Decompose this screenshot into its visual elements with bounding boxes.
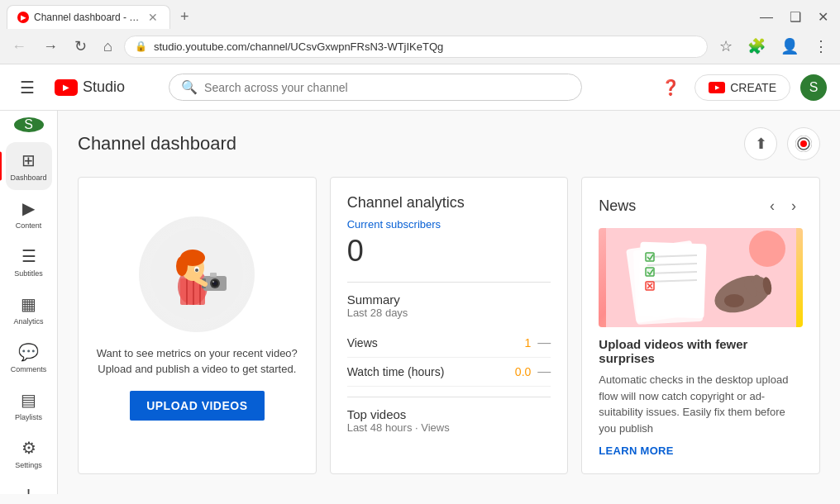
sidebar-label-settings: Settings bbox=[15, 461, 42, 469]
sidebar-item-content[interactable]: ▶ Content bbox=[6, 190, 52, 238]
sidebar-label-subtitles: Subtitles bbox=[14, 269, 43, 278]
subscribers-label[interactable]: Current subscribers bbox=[347, 218, 551, 231]
analytics-divider bbox=[347, 282, 551, 283]
svg-point-0 bbox=[800, 140, 807, 147]
forward-button[interactable]: → bbox=[38, 35, 63, 59]
news-illustration-svg bbox=[606, 228, 796, 327]
toolbar-actions: ☆ 🧩 👤 ⋮ bbox=[714, 34, 833, 59]
main-content: S ⊞ Dashboard ▶ Content ☰ Subtitles ▦ An… bbox=[0, 111, 840, 494]
extensions-button[interactable]: 🧩 bbox=[742, 34, 771, 59]
svg-point-39 bbox=[749, 231, 785, 267]
news-card-header: News ‹ › bbox=[599, 194, 803, 218]
reload-button[interactable]: ↻ bbox=[69, 34, 92, 59]
upload-button[interactable]: ⬆ bbox=[744, 127, 777, 160]
tab-close-button[interactable]: ✕ bbox=[146, 11, 160, 24]
svg-point-11 bbox=[176, 256, 188, 276]
upload-videos-button[interactable]: UPLOAD VIDEOS bbox=[130, 391, 264, 421]
page-header-actions: ⬆ bbox=[744, 127, 820, 160]
news-prev-button[interactable]: ‹ bbox=[763, 194, 781, 218]
profile-button[interactable]: 👤 bbox=[776, 34, 804, 59]
home-button[interactable]: ⌂ bbox=[98, 35, 117, 59]
minimize-button[interactable]: — bbox=[755, 8, 778, 26]
news-article-image bbox=[599, 228, 803, 327]
news-navigation: ‹ › bbox=[763, 194, 803, 218]
sidebar-item-playlists[interactable]: ▤ Playlists bbox=[6, 382, 52, 430]
address-bar[interactable]: 🔒 studio.youtube.com/channel/UCsvGxwpnFR… bbox=[124, 36, 708, 58]
search-input[interactable] bbox=[204, 81, 570, 94]
page-title: Channel dashboard bbox=[78, 133, 236, 155]
sidebar-label-content: Content bbox=[16, 221, 42, 230]
news-title: News bbox=[599, 197, 763, 215]
nav-right: ❓ CREATE S bbox=[656, 74, 827, 102]
new-tab-button[interactable]: + bbox=[174, 5, 196, 29]
back-button[interactable]: ← bbox=[7, 35, 31, 59]
content-icon: ▶ bbox=[22, 198, 35, 218]
sidebar-item-comments[interactable]: 💬 Comments bbox=[6, 334, 52, 382]
sidebar-item-analytics[interactable]: ▦ Analytics bbox=[6, 286, 52, 334]
top-videos-title: Top videos bbox=[347, 407, 551, 421]
svg-rect-20 bbox=[210, 273, 217, 277]
views-label: Views bbox=[347, 336, 525, 349]
sidebar-item-subtitles[interactable]: ☰ Subtitles bbox=[6, 238, 52, 286]
page-header: Channel dashboard ⬆ bbox=[78, 127, 820, 160]
youtube-icon bbox=[55, 79, 78, 96]
sidebar-label-comments: Comments bbox=[11, 365, 47, 373]
bookmark-button[interactable]: ☆ bbox=[714, 34, 737, 59]
tab-favicon: ▶ bbox=[17, 12, 29, 23]
close-button[interactable]: ✕ bbox=[813, 7, 833, 26]
create-button[interactable]: CREATE bbox=[694, 74, 790, 101]
analytics-card-title: Channel analytics bbox=[347, 194, 551, 212]
empty-state-card: Want to see metrics on your recent video… bbox=[78, 177, 317, 474]
top-nav: ☰ Studio 🔍 ❓ CREATE S bbox=[0, 64, 840, 111]
summary-period: Last 28 days bbox=[347, 307, 551, 319]
create-label: CREATE bbox=[730, 81, 776, 94]
news-next-button[interactable]: › bbox=[785, 194, 803, 218]
summary-title: Summary bbox=[347, 292, 551, 307]
browser-toolbar: ← → ↻ ⌂ 🔒 studio.youtube.com/channel/UCs… bbox=[0, 29, 840, 64]
news-article-title: Upload videos with fewer surprises bbox=[599, 337, 803, 365]
help-button[interactable]: ❓ bbox=[656, 74, 685, 102]
views-value: 1 bbox=[525, 336, 532, 349]
sidebar-user-avatar[interactable]: S bbox=[14, 117, 44, 132]
analytics-icon: ▦ bbox=[21, 294, 36, 314]
hamburger-button[interactable]: ☰ bbox=[13, 71, 41, 104]
analytics-card: Channel analytics Current subscribers 0 … bbox=[330, 177, 569, 474]
analytics-divider-2 bbox=[347, 397, 551, 397]
dashboard-icon: ⊞ bbox=[21, 150, 36, 170]
analytics-row-views: Views 1 — bbox=[347, 329, 551, 358]
yt-studio-logo[interactable]: Studio bbox=[55, 78, 125, 96]
menu-button[interactable]: ⋮ bbox=[809, 34, 833, 59]
learn-more-button[interactable]: LEARN MORE bbox=[599, 445, 673, 457]
avatar[interactable]: S bbox=[800, 74, 827, 101]
feedback-icon: ! bbox=[26, 486, 31, 494]
browser-tab[interactable]: ▶ Channel dashboard - YouTube S... ✕ bbox=[7, 5, 170, 29]
sidebar-item-dashboard[interactable]: ⊞ Dashboard bbox=[6, 142, 52, 190]
browser-titlebar: ▶ Channel dashboard - YouTube S... ✕ + —… bbox=[0, 0, 840, 29]
live-icon bbox=[795, 136, 812, 152]
sidebar-label-dashboard: Dashboard bbox=[10, 174, 46, 182]
subscribers-count: 0 bbox=[347, 234, 551, 269]
search-bar: 🔍 bbox=[169, 74, 582, 101]
views-dash: — bbox=[537, 335, 551, 350]
empty-state: Want to see metrics on your recent video… bbox=[95, 194, 299, 442]
search-input-wrap: 🔍 bbox=[169, 74, 582, 101]
playlists-icon: ▤ bbox=[21, 390, 36, 410]
settings-icon: ⚙ bbox=[21, 438, 36, 458]
svg-point-19 bbox=[212, 281, 214, 283]
sidebar-item-feedback[interactable]: ! Feedback bbox=[6, 478, 52, 494]
address-text: studio.youtube.com/channel/UCsvGxwpnFRsN… bbox=[154, 40, 697, 53]
sidebar: S ⊞ Dashboard ▶ Content ☰ Subtitles ▦ An… bbox=[0, 111, 58, 494]
sidebar-label-playlists: Playlists bbox=[15, 413, 42, 421]
page-content: Channel dashboard ⬆ bbox=[58, 111, 840, 494]
go-live-button[interactable] bbox=[787, 127, 820, 160]
maximize-button[interactable]: ❑ bbox=[785, 7, 806, 26]
browser-chrome: ▶ Channel dashboard - YouTube S... ✕ + —… bbox=[0, 0, 840, 64]
tab-title: Channel dashboard - YouTube S... bbox=[34, 12, 141, 23]
empty-state-illustration bbox=[139, 216, 255, 332]
news-card: News ‹ › bbox=[581, 177, 820, 474]
app-layout: ☰ Studio 🔍 ❓ CREATE S S ⊞ Dashb bbox=[0, 64, 840, 494]
empty-state-text: Want to see metrics on your recent video… bbox=[97, 345, 298, 378]
watchtime-label: Watch time (hours) bbox=[347, 365, 515, 378]
sidebar-item-settings[interactable]: ⚙ Settings bbox=[6, 430, 52, 478]
sidebar-label-analytics: Analytics bbox=[13, 317, 43, 326]
